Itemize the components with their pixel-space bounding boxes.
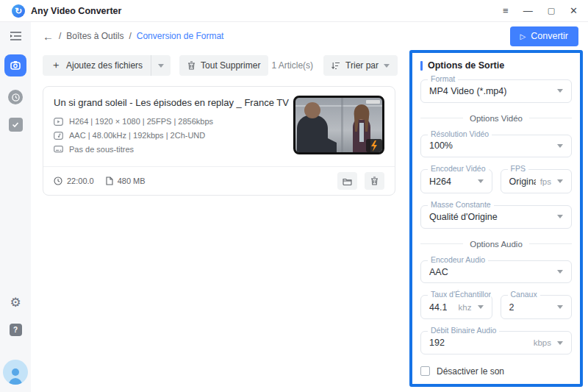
chevron-down-icon bbox=[557, 179, 563, 183]
sidebar: ⚙ ? bbox=[0, 22, 31, 392]
chevron-down-icon bbox=[557, 89, 563, 93]
subtitle-icon bbox=[54, 146, 63, 154]
open-folder-button[interactable] bbox=[337, 172, 357, 190]
sidebar-item-history[interactable] bbox=[8, 90, 23, 104]
format-select[interactable]: Format MP4 Video (*.mp4) bbox=[420, 79, 572, 103]
chevron-down-icon bbox=[384, 64, 390, 68]
window-minimize-icon[interactable]: — bbox=[523, 6, 533, 15]
app-window: Any Video Converter ≡ — ▢ ✕ bbox=[0, 0, 588, 392]
fps-select[interactable]: FPS Original fps bbox=[501, 169, 573, 193]
sidebar-item-help[interactable]: ? bbox=[10, 324, 22, 336]
convert-button[interactable]: ▷ Convertir bbox=[510, 26, 578, 46]
channels-select[interactable]: Canaux 2 bbox=[501, 295, 573, 319]
help-icon: ? bbox=[10, 324, 22, 336]
sidebar-collapse-icon[interactable] bbox=[10, 31, 22, 41]
chevron-down-icon bbox=[478, 179, 484, 183]
app-title: Any Video Converter bbox=[31, 6, 121, 16]
play-icon: ▷ bbox=[520, 32, 526, 40]
sort-button[interactable]: Trier par bbox=[323, 55, 398, 76]
breadcrumb: ← / Boîtes à Outils / Conversion de Form… bbox=[43, 30, 223, 43]
video-info: H264 | 1920 × 1080 | 25FPS | 2856kbps bbox=[69, 117, 213, 126]
chevron-down-icon bbox=[557, 144, 563, 148]
duration-meta: 22:00.0 bbox=[54, 177, 94, 185]
bitrate-select[interactable]: Débit Binaire Audio 192 kbps bbox=[420, 331, 572, 354]
clock-icon bbox=[8, 90, 23, 104]
chevron-down-icon bbox=[557, 215, 563, 218]
mute-audio-option: Désactiver le son bbox=[420, 366, 572, 377]
sample-rate-select[interactable]: Taux d'Échantillonn... 44.1 khz bbox=[420, 295, 492, 319]
folder-icon bbox=[343, 177, 352, 185]
add-files-dropdown[interactable] bbox=[151, 55, 171, 76]
resolution-select[interactable]: Résolution Vidéo 100% bbox=[420, 135, 572, 158]
video-stream-icon bbox=[54, 118, 63, 126]
audio-options-divider: Options Audio bbox=[420, 240, 572, 249]
breadcrumb-parent[interactable]: Boîtes à Outils bbox=[66, 31, 123, 41]
chevron-down-icon bbox=[557, 305, 563, 309]
subtitle-info-row: Pas de sous-titres bbox=[54, 145, 286, 154]
subtitle-info: Pas de sous-titres bbox=[69, 145, 134, 154]
trash-icon bbox=[187, 61, 196, 70]
trash-icon bbox=[370, 177, 379, 185]
avatar bbox=[3, 360, 28, 385]
audio-info: AAC | 48.00kHz | 192kbps | 2Ch-UND bbox=[69, 131, 205, 140]
breadcrumb-separator: / bbox=[59, 31, 61, 41]
delete-all-button[interactable]: Tout Supprimer bbox=[179, 55, 268, 76]
add-files-button[interactable]: ＋ Ajoutez des fichiers bbox=[43, 55, 151, 76]
converter-icon bbox=[10, 60, 21, 71]
chevron-down-icon bbox=[557, 341, 563, 345]
clock-icon bbox=[54, 177, 62, 185]
file-card[interactable]: Un si grand soleil - Les épisodes en rep… bbox=[43, 86, 395, 196]
audio-info-row: AAC | 48.00kHz | 192kbps | 2Ch-UND bbox=[54, 131, 286, 140]
window-menu-icon[interactable]: ≡ bbox=[503, 6, 509, 15]
window-maximize-icon[interactable]: ▢ bbox=[548, 7, 555, 15]
video-thumbnail[interactable] bbox=[293, 96, 384, 154]
app-logo-icon bbox=[12, 4, 25, 18]
audio-stream-icon bbox=[54, 132, 63, 140]
output-options-panel: Options de Sortie Format MP4 Video (*.mp… bbox=[409, 50, 583, 387]
add-files-button-group: ＋ Ajoutez des fichiers bbox=[43, 55, 171, 76]
video-encoder-select[interactable]: Encodeur Vidéo H264 bbox=[420, 169, 492, 193]
bitrate-unit: kbps bbox=[529, 338, 551, 347]
list-toolbar: ＋ Ajoutez des fichiers Tout Supprimer bbox=[43, 55, 398, 76]
chevron-down-icon bbox=[557, 270, 563, 274]
audio-encoder-select[interactable]: Encodeur Audio AAC bbox=[420, 260, 572, 284]
video-info-row: H264 | 1920 × 1080 | 25FPS | 2856kbps bbox=[54, 117, 286, 126]
breadcrumb-current: Conversion de Format bbox=[137, 31, 224, 41]
fps-unit: fps bbox=[536, 177, 551, 186]
file-card-footer: 22:00.0 480 MB bbox=[43, 166, 395, 195]
plus-icon: ＋ bbox=[51, 59, 61, 72]
mute-audio-label: Désactiver le son bbox=[437, 366, 504, 377]
sample-rate-unit: khz bbox=[454, 303, 472, 312]
titlebar: Any Video Converter ≡ — ▢ ✕ bbox=[0, 0, 588, 22]
sidebar-item-completed[interactable] bbox=[9, 118, 23, 132]
panel-accent-bar bbox=[420, 61, 423, 71]
mute-audio-checkbox[interactable] bbox=[420, 366, 430, 376]
file-icon bbox=[106, 177, 113, 185]
item-count: 1 Article(s) bbox=[271, 60, 313, 71]
check-square-icon bbox=[9, 118, 23, 132]
delete-item-button[interactable] bbox=[365, 172, 384, 190]
sidebar-item-account[interactable] bbox=[3, 349, 28, 385]
chevron-down-icon bbox=[478, 305, 484, 309]
page-header: ← / Boîtes à Outils / Conversion de Form… bbox=[31, 22, 588, 50]
size-meta: 480 MB bbox=[106, 177, 146, 185]
file-title: Un si grand soleil - Les épisodes en rep… bbox=[54, 97, 286, 108]
video-options-divider: Options Vidéo bbox=[420, 114, 572, 123]
panel-title: Options de Sortie bbox=[428, 60, 504, 71]
gear-icon: ⚙ bbox=[10, 295, 21, 310]
breadcrumb-separator: / bbox=[129, 31, 131, 41]
back-arrow-icon[interactable]: ← bbox=[43, 30, 54, 43]
window-close-icon[interactable]: ✕ bbox=[570, 6, 578, 15]
quality-select[interactable]: Masse Constante Qualité d'Origine bbox=[420, 205, 572, 229]
sidebar-item-settings[interactable]: ⚙ bbox=[10, 295, 21, 310]
sort-icon bbox=[331, 62, 340, 70]
size-value: 480 MB bbox=[118, 177, 146, 185]
sidebar-item-converter[interactable] bbox=[4, 54, 26, 76]
chevron-down-icon bbox=[158, 64, 164, 68]
duration-value: 22:00.0 bbox=[67, 177, 94, 185]
